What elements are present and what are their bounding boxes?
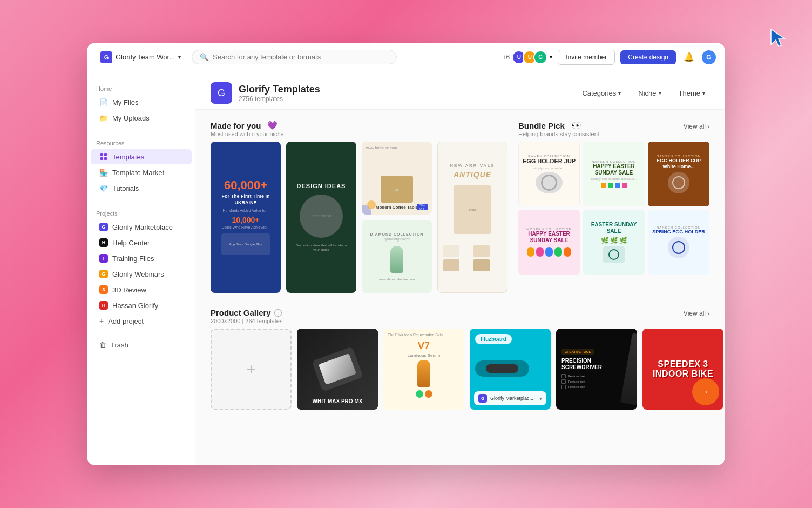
product-gallery-view-all[interactable]: View all › — [684, 310, 709, 317]
template-card-design-ideas[interactable]: DESIGN IDEAS decoration Decoration Ideas… — [286, 142, 356, 293]
bundle-card-egg-holder-cup[interactable]: NANSEN COLLECTION EGG HOLDER CUP White H… — [648, 142, 709, 206]
resources-section-label: Resources — [87, 135, 195, 149]
sidebar-item-add-project[interactable]: + Add project — [91, 313, 192, 329]
workspace-label: Glorify Team Wor... — [116, 53, 175, 61]
template-grid: 60,000+ For The First Time In UKRAINE Hu… — [211, 142, 508, 293]
product-card-v7[interactable]: The Elixir for a Rejuvenated Skin V7 Lum… — [383, 329, 464, 410]
sidebar-item-my-files[interactable]: 📄 My Files — [91, 95, 192, 110]
file-icon: 📄 — [99, 98, 108, 106]
search-icon: 🔍 — [200, 53, 208, 61]
template-card-antique[interactable]: NEW ARRIVALS ANTIQUE chair — [437, 142, 508, 293]
bottom-cards-col1: www.furniture.com ☕ Modern Coffee Table … — [362, 142, 432, 293]
market-icon: 🏪 — [99, 168, 108, 177]
workspace-button[interactable]: G Glorify Team Wor... ▾ — [96, 49, 185, 65]
help-center-label: Help Center — [112, 239, 150, 247]
notifications-icon[interactable]: 🔔 — [681, 50, 696, 65]
page-header: G Glorify Templates 2756 templates Categ… — [195, 71, 725, 110]
product-add-card[interactable]: + — [211, 329, 292, 410]
workspace-icon: G — [100, 51, 112, 63]
3d-review-dot: 3 — [99, 285, 108, 294]
help-center-dot: H — [99, 238, 108, 247]
bundle-view-all[interactable]: View all › — [684, 123, 709, 130]
page-header-text: Glorify Templates 2756 templates — [239, 84, 320, 103]
made-for-you-header: Made for you 💜 Most used within your nic… — [211, 121, 508, 137]
product-gallery-section: Product Gallery i 2000×2000 | 264 templa… — [211, 308, 709, 410]
product-gallery-header: Product Gallery i 2000×2000 | 264 templa… — [211, 308, 709, 324]
sidebar-item-training-files[interactable]: T Training Files — [91, 251, 192, 266]
sidebar-item-tutorials[interactable]: 💎 Tutorials — [91, 181, 192, 196]
bundle-card-easter-green[interactable]: NANSEN COLLECTION HAPPY EASTER SUNDAY SA… — [583, 142, 645, 206]
trash-label: Trash — [111, 341, 128, 349]
view-all-chevron-icon: › — [707, 123, 709, 130]
bundle-card-egg-holder-jup[interactable]: RAMEN COLLECTION EGG HOLDER JUP simply c… — [518, 142, 580, 206]
product-card-white-max[interactable]: WHIT MAX PRO MX — [297, 329, 378, 410]
sidebar-item-help-center[interactable]: H Help Center — [91, 235, 192, 250]
bundle-card-spring[interactable]: NANSEN COLLECTION SPRING EGG HOLDER — [648, 210, 709, 275]
niche-filter[interactable]: Niche ▾ — [634, 87, 665, 99]
page-subtitle: 2756 templates — [239, 95, 320, 103]
template-card-ukraine[interactable]: 60,000+ For The First Time In UKRAINE Hu… — [211, 142, 281, 293]
tutorials-icon: 💎 — [99, 184, 108, 192]
divider-3 — [96, 333, 186, 333]
template-card-diamond[interactable]: DIAMOND COLLECTION sparkling offers www.… — [362, 220, 432, 293]
avatar-count: +6 — [503, 54, 510, 61]
product-card-fluzboard[interactable]: Fluzboard G Glorify Marketplac... ▾ — [470, 329, 551, 410]
glorify-marketplace-overlay[interactable]: G Glorify Marketplac... ▾ — [474, 391, 546, 405]
product-grid: + WHIT MAX PRO MX — [211, 329, 709, 410]
nav-right: +6 U U G ▾ Invite member Create design 🔔… — [503, 50, 716, 65]
sidebar-item-glorify-webinars[interactable]: G Glorify Webinars — [91, 266, 192, 282]
projects-section-label: Projects — [87, 205, 195, 219]
bundle-pick-header: Bundle Pick 👀 Helping brands stay consis… — [518, 121, 709, 137]
glorify-marketplace-label: Glorify Marketplace — [112, 223, 173, 231]
theme-filter[interactable]: Theme ▾ — [674, 87, 709, 99]
create-design-button[interactable]: Create design — [620, 50, 676, 64]
bundle-card-easter-teal[interactable]: EASTER SUNDAY SALE 🌿 🌿 🌿 — [583, 210, 645, 275]
hassan-glorify-label: Hassan Glorify — [112, 302, 158, 310]
sidebar: Home 📄 My Files 📁 My Uploads Resources T… — [87, 71, 195, 465]
template-card-coffee-table[interactable]: www.furniture.com ☕ Modern Coffee Table … — [362, 142, 432, 215]
top-nav: G Glorify Team Wor... ▾ 🔍 +6 U U G ▾ Inv… — [87, 43, 725, 71]
product-card-speedex[interactable]: SPEEDEX 3 INDOOR BIKE 3 — [642, 329, 723, 410]
add-card-plus-icon: + — [247, 360, 255, 378]
template-market-label: Template Market — [112, 169, 164, 177]
bundle-pick-sub: Helping brands stay consistent — [518, 131, 599, 137]
templates-label: Templates — [112, 153, 144, 161]
sections-wrap: Made for you 💜 Most used within your nic… — [195, 110, 725, 420]
sidebar-item-trash[interactable]: 🗑 Trash — [91, 338, 192, 352]
categories-filter[interactable]: Categories ▾ — [578, 87, 625, 99]
made-for-you-emoji: 💜 — [267, 121, 278, 130]
sidebar-item-glorify-marketplace[interactable]: G Glorify Marketplace — [91, 219, 192, 235]
main-layout: Home 📄 My Files 📁 My Uploads Resources T… — [87, 71, 725, 465]
add-icon: + — [99, 317, 104, 325]
bundle-grid: RAMEN COLLECTION EGG HOLDER JUP simply c… — [518, 142, 709, 275]
sidebar-item-3d-review[interactable]: 3 3D Review — [91, 282, 192, 297]
search-input[interactable] — [213, 53, 389, 61]
google-icon[interactable]: G — [702, 50, 716, 64]
sidebar-item-hassan-glorify[interactable]: H Hassan Glorify — [91, 298, 192, 313]
trash-icon: 🗑 — [99, 341, 106, 349]
app-window: G Glorify Team Wor... ▾ 🔍 +6 U U G ▾ Inv… — [87, 43, 725, 465]
bundle-card-easter-pink[interactable]: MODERN COLLECTION HAPPY EASTER SUNDAY SA… — [518, 210, 580, 275]
svg-rect-2 — [104, 153, 107, 156]
avatar-dropdown-icon[interactable]: ▾ — [550, 54, 552, 60]
divider-1 — [96, 130, 186, 130]
made-for-you-sub: Most used within your niche — [211, 131, 284, 137]
product-card-screwdriver[interactable]: CREATIVE TOOL PRECISION SCREWDRIVER Feat… — [556, 329, 637, 410]
made-for-you-section: Made for you 💜 Most used within your nic… — [211, 121, 508, 308]
theme-chevron-icon: ▾ — [702, 90, 705, 96]
invite-member-button[interactable]: Invite member — [558, 50, 615, 65]
uploads-icon: 📁 — [99, 113, 108, 122]
avatar-stack: +6 U U G ▾ — [503, 50, 553, 64]
sidebar-item-templates[interactable]: Templates — [91, 149, 192, 164]
workspace-chevron-icon: ▾ — [178, 54, 181, 60]
glorify-webinars-label: Glorify Webinars — [112, 270, 164, 278]
niche-chevron-icon: ▾ — [659, 90, 661, 96]
sidebar-item-my-uploads[interactable]: 📁 My Uploads — [91, 110, 192, 125]
divider-2 — [96, 200, 186, 200]
svg-rect-3 — [100, 157, 103, 160]
sidebar-item-template-market[interactable]: 🏪 Template Market — [91, 165, 192, 180]
add-project-label: Add project — [108, 317, 144, 325]
avatar-3: G — [533, 50, 547, 64]
search-bar: 🔍 — [192, 50, 397, 64]
svg-rect-4 — [104, 157, 107, 160]
